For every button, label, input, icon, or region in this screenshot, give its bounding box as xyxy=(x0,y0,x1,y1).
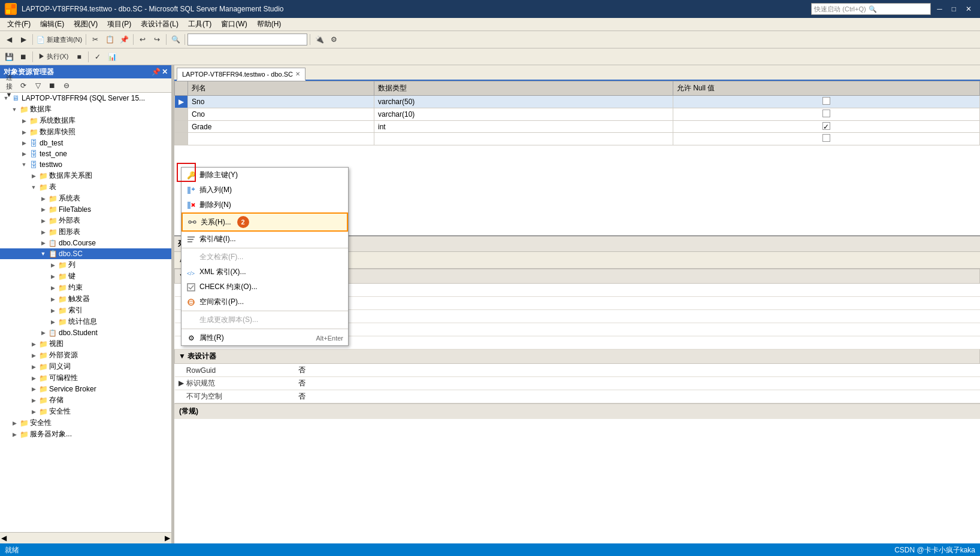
table-row[interactable]: Cno varchar(10) xyxy=(175,108,980,121)
tree-item-dbtest[interactable]: ▶ 🗄 db_test xyxy=(0,138,171,148)
expander-cols[interactable]: ▶ xyxy=(48,260,58,270)
oe-stop-btn[interactable]: ⏹ xyxy=(46,79,59,92)
menu-tools[interactable]: 工具(T) xyxy=(183,18,216,31)
tree-item-serverobj[interactable]: ▶ 📁 服务器对象... xyxy=(0,429,171,440)
expander-indexes[interactable]: ▶ xyxy=(48,306,58,315)
ctx-item-spatial[interactable]: 空间索引(P)... xyxy=(182,294,348,309)
cb-nullable-2[interactable] xyxy=(822,110,830,117)
tree-item-servicebroker[interactable]: ▶ 📁 Service Broker xyxy=(0,384,171,394)
quick-search-box[interactable]: 快速启动 (Ctrl+Q) 🔍 xyxy=(811,3,931,15)
oe-collapse-btn[interactable]: ⊖ xyxy=(60,79,73,92)
tree-item-views[interactable]: ▶ 📁 视图 xyxy=(0,338,171,350)
expander-graphtables[interactable]: ▶ xyxy=(38,227,48,237)
expander-sysdb[interactable]: ▶ xyxy=(19,116,29,126)
expander-tables[interactable]: ▼ xyxy=(29,183,38,192)
expand-identity-icon[interactable]: ▶ xyxy=(179,379,184,387)
props-section-tabledesigner[interactable]: ▼ 表设计器 xyxy=(175,350,980,364)
expander-filetables[interactable]: ▶ xyxy=(38,205,48,214)
tree-item-security-db[interactable]: ▶ 📁 安全性 xyxy=(0,406,171,417)
tree-item-sc[interactable]: ▼ 📋 dbo.SC xyxy=(0,248,171,259)
cell-nullable-4[interactable] xyxy=(673,133,979,145)
expander-storage[interactable]: ▶ xyxy=(29,396,38,405)
panel-close-icon[interactable]: ✕ xyxy=(162,68,168,76)
tree-item-synonyms[interactable]: ▶ 📁 同义词 xyxy=(0,361,171,372)
cell-type-2[interactable]: varchar(10) xyxy=(374,108,673,121)
cell-col-name-4[interactable] xyxy=(188,133,374,145)
scroll-right-icon[interactable]: ▶ xyxy=(165,534,170,542)
tree-item-testone[interactable]: ▶ 🗄 test_one xyxy=(0,148,171,159)
tb-undo[interactable]: ↩ xyxy=(136,33,149,46)
oe-refresh-btn[interactable]: ⟳ xyxy=(17,79,30,92)
scroll-left-icon[interactable]: ◀ xyxy=(1,534,7,542)
expander-secdb[interactable]: ▶ xyxy=(29,407,38,417)
tb-cut[interactable]: ✂ xyxy=(89,33,102,46)
cell-type-4[interactable] xyxy=(374,133,673,145)
menu-window[interactable]: 窗口(W) xyxy=(216,18,252,31)
menu-help[interactable]: 帮助(H) xyxy=(252,18,286,31)
tb-execute[interactable]: ▶ 执行(X) xyxy=(35,50,71,63)
menu-project[interactable]: 项目(P) xyxy=(102,18,136,31)
tb-connect[interactable]: 🔌 xyxy=(313,33,326,46)
tree-item-student[interactable]: ▶ 📋 dbo.Student xyxy=(0,327,171,338)
tree-item-testtwo[interactable]: ▼ 🗄 testtwo xyxy=(0,159,171,170)
ctx-item-delete-col[interactable]: 删除列(N) xyxy=(182,198,348,212)
expander-prog[interactable]: ▶ xyxy=(29,373,38,383)
tree-item-cols[interactable]: ▶ 📁 列 xyxy=(0,259,171,271)
expander-server[interactable]: ▼ xyxy=(1,93,11,103)
ctx-item-check[interactable]: CHECK 约束(O)... xyxy=(182,279,348,294)
server-input[interactable] xyxy=(187,34,307,45)
expander-triggers[interactable]: ▶ xyxy=(48,294,58,304)
expander-testone[interactable]: ▶ xyxy=(19,149,29,159)
tb-search[interactable]: 🔍 xyxy=(169,33,182,46)
expander-databases[interactable]: ▼ xyxy=(10,105,19,114)
cb-nullable-3[interactable]: ✓ xyxy=(822,122,830,130)
tree-item-keys[interactable]: ▶ 📁 键 xyxy=(0,271,171,282)
oe-filter-btn[interactable]: ▽ xyxy=(31,79,44,92)
expander-exttables[interactable]: ▶ xyxy=(38,216,48,226)
cb-nullable-4[interactable] xyxy=(822,134,830,142)
expander-testtwo[interactable]: ▼ xyxy=(19,160,29,169)
table-row[interactable] xyxy=(175,133,980,145)
expander-course[interactable]: ▶ xyxy=(38,238,48,248)
prop-value-default[interactable] xyxy=(295,297,980,310)
tree-item-system-db[interactable]: ▶ 📁 系统数据库 xyxy=(0,115,171,126)
tree-item-storage[interactable]: ▶ 📁 存储 xyxy=(0,394,171,406)
expander-stats[interactable]: ▶ xyxy=(48,317,58,327)
expander-serverobj[interactable]: ▶ xyxy=(10,430,19,439)
cell-type-1[interactable]: varchar(50) xyxy=(374,96,673,108)
tree-item-extresources[interactable]: ▶ 📁 外部资源 xyxy=(0,350,171,361)
tree-item-course[interactable]: ▶ 📋 dbo.Course xyxy=(0,238,171,248)
menu-file[interactable]: 文件(F) xyxy=(2,18,35,31)
prop-value-length[interactable]: 50 xyxy=(295,336,980,350)
table-row[interactable]: Grade int ✓ xyxy=(175,121,980,133)
ctx-item-insert-col[interactable]: 插入列(M) xyxy=(182,183,348,198)
tb-redo[interactable]: ↪ xyxy=(150,33,164,46)
expander-systables[interactable]: ▶ xyxy=(38,194,48,203)
oe-connect-btn[interactable]: 连接▼ xyxy=(2,79,16,92)
tree-item-constraints[interactable]: ▶ 📁 约束 xyxy=(0,282,171,293)
tree-item-diagrams[interactable]: ▶ 📁 数据库关系图 xyxy=(0,170,171,181)
tb-save[interactable]: 💾 xyxy=(2,50,16,63)
expander-views[interactable]: ▶ xyxy=(29,339,38,349)
tree-item-indexes[interactable]: ▶ 📁 索引 xyxy=(0,305,171,316)
expander-sb[interactable]: ▶ xyxy=(29,384,38,394)
tree-item-security[interactable]: ▶ 📁 安全性 xyxy=(0,417,171,429)
expander-constraints[interactable]: ▶ xyxy=(48,283,58,293)
expander-keys[interactable]: ▶ xyxy=(48,272,58,281)
expander-extres[interactable]: ▶ xyxy=(29,351,38,360)
ctx-item-xml-index[interactable]: </> XML 索引(X)... xyxy=(182,265,348,279)
expander-sc[interactable]: ▼ xyxy=(38,249,48,259)
ctx-item-indexes[interactable]: 索引/键(I)... xyxy=(182,232,348,247)
ctx-item-relations[interactable]: 关系(H)... 2 xyxy=(182,212,348,232)
cell-col-name-2[interactable]: Cno xyxy=(188,108,374,121)
ctx-item-properties[interactable]: ⚙ 属性(R) Alt+Enter xyxy=(182,330,348,345)
tb-parse[interactable]: ✓ xyxy=(91,50,104,63)
tree-item-programmability[interactable]: ▶ 📁 可编程性 xyxy=(0,372,171,384)
cell-type-3[interactable]: int xyxy=(374,121,673,133)
minimize-button[interactable]: ─ xyxy=(933,5,946,13)
tb-results[interactable]: 📊 xyxy=(105,50,119,63)
tree-item-triggers[interactable]: ▶ 📁 触发器 xyxy=(0,293,171,305)
prop-value-datatype[interactable]: varchar xyxy=(295,310,980,323)
tree-item-snapshots[interactable]: ▶ 📁 数据库快照 xyxy=(0,126,171,138)
cell-nullable-3[interactable]: ✓ xyxy=(673,121,979,133)
